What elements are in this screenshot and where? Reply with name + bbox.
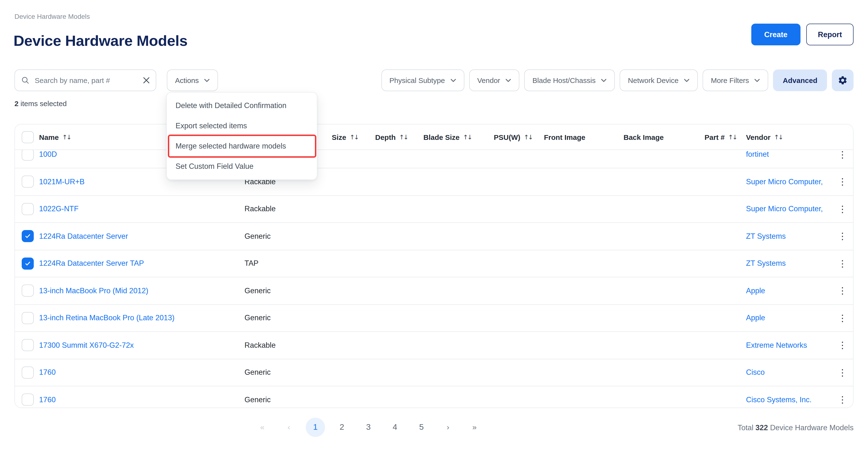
- filter-dropdown-blade-host-chassis[interactable]: Blade Host/Chassis: [524, 69, 615, 91]
- vendor-link[interactable]: Cisco: [746, 368, 765, 376]
- subtype-cell: Generic: [245, 314, 332, 322]
- clear-search-icon[interactable]: [143, 77, 150, 84]
- table-row: 13-inch Retina MacBook Pro (Late 2013) G…: [15, 305, 853, 332]
- total-count: Total 322 Device Hardware Models: [738, 424, 854, 432]
- pagination-page-3[interactable]: 3: [359, 418, 378, 437]
- advanced-button[interactable]: Advanced: [773, 69, 827, 91]
- vendor-link[interactable]: Extreme Networks: [746, 341, 807, 349]
- vendor-cell: Extreme Networks: [746, 341, 831, 350]
- actions-menu-item-export-selected-items[interactable]: Export selected items: [167, 116, 317, 136]
- vendor-link[interactable]: Apple: [746, 314, 765, 322]
- model-name-link[interactable]: 1224Ra Datacenter Server: [39, 232, 128, 240]
- actions-menu-item-merge-selected-hardware-models[interactable]: Merge selected hardware models: [167, 136, 317, 156]
- row-checkbox[interactable]: [22, 312, 34, 324]
- vendor-link[interactable]: Cisco Systems, Inc.: [746, 396, 812, 404]
- kebab-menu-icon[interactable]: ⋮: [838, 341, 847, 350]
- column-header-front[interactable]: Front Image: [544, 133, 623, 141]
- row-checkbox[interactable]: [22, 394, 34, 406]
- sort-icon[interactable]: ↑↓: [350, 133, 358, 141]
- selection-status: 2 items selected: [14, 99, 67, 107]
- search-icon: [21, 76, 29, 84]
- row-checkbox[interactable]: [22, 176, 34, 188]
- sort-icon[interactable]: ↑↓: [463, 133, 472, 141]
- column-header-label: Name: [39, 133, 59, 141]
- breadcrumb[interactable]: Device Hardware Models: [14, 12, 90, 20]
- subtype-cell: Generic: [245, 368, 332, 377]
- pagination-last-button[interactable]: »: [465, 418, 484, 437]
- select-all-checkbox[interactable]: [22, 131, 34, 143]
- vendor-link[interactable]: fortinet: [746, 150, 769, 158]
- pagination-prev-button[interactable]: ‹: [279, 418, 299, 437]
- row-select-cell: [15, 150, 39, 161]
- filter-dropdown-vendor[interactable]: Vendor: [469, 69, 519, 91]
- row-checkbox[interactable]: [22, 367, 34, 379]
- sort-icon[interactable]: ↑↓: [399, 133, 408, 141]
- filter-dropdown-network-device[interactable]: Network Device: [620, 69, 698, 91]
- row-checkbox[interactable]: [22, 230, 34, 242]
- column-header-depth[interactable]: Depth ↑↓: [375, 133, 424, 141]
- row-select-cell: [15, 394, 39, 406]
- row-checkbox[interactable]: [22, 339, 34, 351]
- pagination-page-5[interactable]: 5: [412, 418, 431, 437]
- column-header-vendor[interactable]: Vendor ↑↓: [746, 133, 831, 141]
- name-cell: 1760: [39, 396, 245, 404]
- report-button[interactable]: Report: [806, 24, 854, 45]
- actions-dropdown-button[interactable]: Actions: [167, 69, 218, 91]
- model-name-link[interactable]: 1760: [39, 368, 56, 376]
- vendor-link[interactable]: ZT Systems: [746, 259, 786, 268]
- sort-icon[interactable]: ↑↓: [62, 133, 71, 141]
- model-name-link[interactable]: 13-inch Retina MacBook Pro (Late 2013): [39, 314, 175, 322]
- vendor-link[interactable]: Super Micro Computer,: [746, 205, 823, 213]
- column-header-back[interactable]: Back Image: [623, 133, 705, 141]
- model-name-link[interactable]: 1021M-UR+B: [39, 178, 85, 186]
- model-name-link[interactable]: 17300 Summit X670-G2-72x: [39, 341, 134, 349]
- kebab-menu-icon[interactable]: ⋮: [838, 395, 847, 404]
- table-settings-button[interactable]: [832, 69, 854, 91]
- sort-icon[interactable]: ↑↓: [774, 133, 783, 141]
- model-name-link[interactable]: 1760: [39, 396, 56, 404]
- search-box[interactable]: [14, 69, 156, 91]
- sort-icon[interactable]: ↑↓: [524, 133, 532, 141]
- kebab-menu-icon[interactable]: ⋮: [838, 259, 847, 268]
- vendor-link[interactable]: ZT Systems: [746, 232, 786, 240]
- kebab-menu-icon[interactable]: ⋮: [838, 232, 847, 241]
- pagination-page-1[interactable]: 1: [306, 418, 325, 437]
- page: Device Hardware Models Device Hardware M…: [0, 0, 868, 463]
- pagination-page-4[interactable]: 4: [385, 418, 405, 437]
- pagination-next-button[interactable]: ›: [438, 418, 458, 437]
- filter-dropdown-physical-subtype[interactable]: Physical Subtype: [381, 69, 464, 91]
- search-input[interactable]: [34, 76, 139, 85]
- column-header-psu[interactable]: PSU(W) ↑↓: [494, 133, 544, 141]
- pagination-first-button[interactable]: «: [253, 418, 272, 437]
- kebab-menu-icon[interactable]: ⋮: [838, 150, 847, 159]
- row-checkbox[interactable]: [22, 150, 34, 161]
- row-actions-cell: ⋮: [831, 150, 853, 159]
- actions-menu-item-set-custom-field-value[interactable]: Set Custom Field Value: [167, 156, 317, 177]
- kebab-menu-icon[interactable]: ⋮: [838, 313, 847, 323]
- actions-menu-item-delete-with-detailed-confirmation[interactable]: Delete with Detailed Confirmation: [167, 95, 317, 116]
- filter-dropdown-more-filters[interactable]: More Filters: [703, 69, 768, 91]
- create-button[interactable]: Create: [751, 24, 801, 45]
- row-checkbox[interactable]: [22, 257, 34, 270]
- model-name-link[interactable]: 100D: [39, 150, 57, 158]
- column-header-blade[interactable]: Blade Size ↑↓: [424, 133, 494, 141]
- model-name-link[interactable]: 13-inch MacBook Pro (Mid 2012): [39, 286, 148, 295]
- row-checkbox[interactable]: [22, 285, 34, 297]
- column-header-part[interactable]: Part # ↑↓: [705, 133, 746, 141]
- row-select-cell: [15, 367, 39, 379]
- model-name-link[interactable]: 1224Ra Datacenter Server TAP: [39, 259, 144, 268]
- kebab-menu-icon[interactable]: ⋮: [838, 286, 847, 296]
- row-select-cell: [15, 230, 39, 242]
- sort-icon[interactable]: ↑↓: [728, 133, 737, 141]
- column-header-size[interactable]: Size ↑↓: [332, 133, 375, 141]
- vendor-cell: fortinet: [746, 150, 831, 159]
- filter-label: Vendor: [477, 76, 500, 84]
- kebab-menu-icon[interactable]: ⋮: [838, 177, 847, 186]
- kebab-menu-icon[interactable]: ⋮: [838, 368, 847, 377]
- vendor-link[interactable]: Apple: [746, 286, 765, 295]
- vendor-link[interactable]: Super Micro Computer,: [746, 178, 823, 186]
- model-name-link[interactable]: 1022G-NTF: [39, 205, 79, 213]
- row-checkbox[interactable]: [22, 203, 34, 215]
- pagination-page-2[interactable]: 2: [332, 418, 351, 437]
- kebab-menu-icon[interactable]: ⋮: [838, 205, 847, 214]
